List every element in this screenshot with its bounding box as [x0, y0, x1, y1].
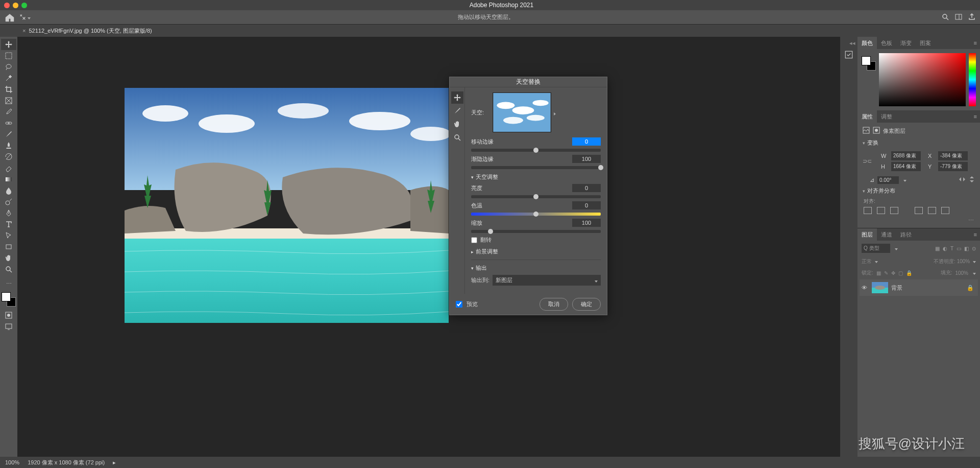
canvas-area[interactable]	[17, 37, 840, 457]
search-icon[interactable]	[941, 13, 949, 22]
visibility-toggle-icon[interactable]: 👁	[862, 285, 869, 291]
tab-paths[interactable]: 路径	[896, 228, 916, 241]
filter-type-icon[interactable]: T	[950, 246, 953, 251]
gradient-tool[interactable]	[1, 174, 16, 185]
align-vcenter-icon[interactable]	[928, 207, 936, 214]
document-tab[interactable]: × 52112_eVRfFgnV.jpg @ 100% (天空, 图层蒙版/8)	[18, 27, 156, 35]
align-left-icon[interactable]	[864, 207, 872, 214]
blur-tool[interactable]	[1, 185, 16, 196]
layer-filter-dropdown[interactable]: Q 类型	[862, 244, 890, 253]
hand-tool[interactable]	[1, 252, 16, 264]
panel-menu-icon[interactable]: ≡	[971, 231, 980, 238]
tab-color[interactable]: 颜色	[857, 37, 877, 49]
fade-edge-value[interactable]: 100	[572, 155, 601, 163]
dialog-zoom-tool[interactable]	[451, 131, 463, 144]
zoom-level[interactable]: 100%	[5, 459, 19, 465]
move-tool[interactable]	[1, 39, 16, 50]
width-value[interactable]: 2688 像素	[891, 151, 921, 160]
rotation-dropdown[interactable]	[902, 177, 906, 183]
output-to-dropdown[interactable]: 新图层	[493, 275, 601, 286]
align-top-icon[interactable]	[915, 207, 923, 214]
align-section-header[interactable]: 对齐并分布	[863, 187, 975, 195]
document-info[interactable]: 1920 像素 x 1080 像素 (72 ppi)	[28, 459, 105, 466]
more-options-icon[interactable]: ⋯	[863, 217, 975, 224]
brightness-value[interactable]: 0	[572, 184, 601, 192]
filter-pixel-icon[interactable]: ▦	[935, 246, 940, 251]
panel-swatch-pair[interactable]	[862, 53, 876, 106]
lock-position-icon[interactable]: ✥	[891, 270, 895, 276]
align-bottom-icon[interactable]	[941, 207, 949, 214]
tab-gradients[interactable]: 渐变	[896, 37, 916, 49]
frame-tool[interactable]	[1, 95, 16, 106]
history-brush-tool[interactable]	[1, 151, 16, 162]
tab-adjustments[interactable]: 调整	[877, 110, 896, 123]
panel-menu-icon[interactable]: ≡	[971, 113, 980, 120]
quick-mask-button[interactable]	[1, 310, 16, 321]
close-tab-icon[interactable]: ×	[22, 28, 26, 34]
tab-properties[interactable]: 属性	[857, 110, 877, 123]
color-swatch-pair[interactable]	[2, 292, 16, 307]
output-section-header[interactable]: 输出	[471, 264, 601, 272]
flip-horizontal-icon[interactable]	[959, 176, 966, 183]
magic-wand-tool[interactable]	[1, 73, 16, 84]
lock-transparency-icon[interactable]: ▦	[876, 270, 881, 276]
minimize-window-button[interactable]	[13, 3, 18, 8]
dock-expand-icon[interactable]: ◂◂	[840, 40, 857, 46]
fill-value[interactable]: 100%	[955, 270, 968, 276]
align-right-icon[interactable]	[890, 207, 898, 214]
lock-all-icon[interactable]: 🔒	[906, 270, 912, 276]
transform-section-header[interactable]: 变换	[863, 139, 975, 147]
opacity-value[interactable]: 100%	[957, 259, 970, 264]
tab-swatches[interactable]: 色板	[877, 37, 896, 49]
filter-toggle-icon[interactable]: ⊙	[972, 246, 976, 251]
rotation-value[interactable]: 0.00°	[877, 176, 899, 184]
link-dimensions-icon[interactable]: ⊃⊂	[863, 158, 872, 165]
edit-toolbar-button[interactable]: ⋯	[1, 278, 16, 289]
panel-menu-icon[interactable]: ≡	[971, 40, 980, 46]
temperature-track[interactable]	[471, 213, 601, 216]
clone-stamp-tool[interactable]	[1, 140, 16, 151]
sky-adjust-section-header[interactable]: 天空调整	[471, 173, 601, 181]
workspace-icon[interactable]	[954, 13, 963, 22]
lasso-tool[interactable]	[1, 61, 16, 73]
filter-shape-icon[interactable]: ▭	[957, 246, 961, 251]
dodge-tool[interactable]	[1, 196, 16, 207]
share-icon[interactable]	[968, 13, 976, 22]
brush-tool[interactable]	[1, 129, 16, 140]
marquee-tool[interactable]	[1, 50, 16, 61]
eraser-tool[interactable]	[1, 162, 16, 174]
maximize-window-button[interactable]	[21, 3, 27, 8]
layer-item-background[interactable]: 👁 背景 🔒	[860, 279, 978, 296]
foreground-color-swatch[interactable]	[2, 292, 11, 301]
zoom-tool[interactable]	[1, 264, 16, 275]
dialog-move-tool[interactable]	[451, 91, 463, 104]
scale-value[interactable]: 100	[572, 219, 601, 227]
lock-pixels-icon[interactable]: ✎	[884, 270, 888, 276]
filter-smart-icon[interactable]: ◧	[964, 246, 969, 251]
fade-edge-track[interactable]	[471, 166, 601, 169]
rectangle-tool[interactable]	[1, 241, 16, 252]
sky-preset-dropdown[interactable]	[493, 92, 551, 132]
layer-name[interactable]: 背景	[891, 284, 902, 292]
current-tool-indicator[interactable]	[19, 12, 31, 23]
path-select-tool[interactable]	[1, 230, 16, 241]
color-field[interactable]	[879, 53, 966, 106]
scale-track[interactable]	[471, 230, 601, 233]
document-canvas[interactable]	[125, 88, 449, 323]
ok-button[interactable]: 确定	[572, 298, 601, 311]
layer-thumbnail[interactable]	[872, 282, 888, 293]
foreground-section-header[interactable]: 前景调整	[471, 248, 601, 255]
crop-tool[interactable]	[1, 84, 16, 95]
align-hcenter-icon[interactable]	[877, 207, 885, 214]
x-value[interactable]: -384 像素	[938, 151, 968, 160]
y-value[interactable]: -779 像素	[938, 162, 968, 171]
cancel-button[interactable]: 取消	[540, 298, 568, 311]
close-window-button[interactable]	[4, 3, 10, 8]
dock-history-icon[interactable]	[842, 48, 856, 62]
tab-patterns[interactable]: 图案	[916, 37, 935, 49]
dialog-sky-brush-tool[interactable]	[451, 105, 463, 117]
tab-channels[interactable]: 通道	[877, 228, 896, 241]
type-tool[interactable]	[1, 219, 16, 230]
temperature-value[interactable]: 0	[572, 201, 601, 209]
lock-artboard-icon[interactable]: ▢	[898, 270, 903, 276]
